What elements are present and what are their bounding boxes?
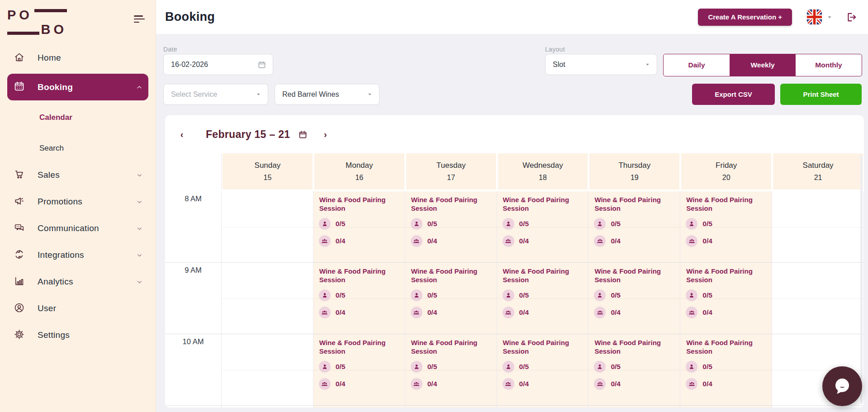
event-card[interactable]: Wine & Food Pairing Session 0/5 0/4 — [411, 338, 492, 390]
sidebar-item-settings[interactable]: Settings — [7, 324, 148, 346]
sidebar-item-calendar[interactable]: Calendar — [7, 108, 148, 128]
week-calendar-icon[interactable] — [298, 130, 308, 139]
individual-capacity-count: 0/5 — [702, 363, 712, 371]
chat-launcher[interactable] — [822, 366, 862, 406]
sidebar-item-search[interactable]: Search — [7, 138, 148, 158]
calendar-cell-sunday[interactable] — [222, 191, 313, 262]
group-icon — [319, 235, 331, 247]
calendar-cell-thursday[interactable]: Wine & Food Pairing Session 0/5 0/4 — [588, 263, 680, 334]
logout-icon[interactable] — [845, 11, 857, 23]
event-title[interactable]: Wine & Food Pairing Session — [686, 338, 763, 355]
event-card[interactable]: Wine & Food Pairing Session 0/5 0/4 — [319, 195, 400, 247]
event-title[interactable]: Wine & Food Pairing Session — [594, 267, 671, 284]
sidebar-item-booking[interactable]: Booking — [7, 74, 148, 100]
group-capacity-count: 0/4 — [336, 380, 346, 388]
sidebar-item-promotions[interactable]: Promotions — [7, 191, 148, 213]
next-week-button[interactable]: › — [321, 129, 329, 140]
calendar-cell-tuesday[interactable]: Wine & Food Pairing Session 0/5 0/4 — [405, 334, 497, 405]
sidebar-collapse-icon[interactable] — [134, 15, 145, 24]
individual-capacity-count: 0/5 — [519, 363, 529, 371]
vertical-scrollbar[interactable] — [860, 155, 863, 404]
event-card[interactable]: Wine & Food Pairing Session 0/5 0/4 — [594, 267, 675, 318]
layout-value: Slot — [553, 61, 565, 69]
group-icon — [411, 378, 422, 390]
tab-weekly[interactable]: Weekly — [730, 54, 796, 76]
event-card[interactable]: Wine & Food Pairing Session 0/5 0/4 — [686, 195, 767, 247]
event-title[interactable]: Wine & Food Pairing Session — [411, 338, 488, 355]
event-card[interactable]: Wine & Food Pairing Session 0/5 0/4 — [594, 338, 675, 390]
calendar-cell-wednesday[interactable]: Wine & Food Pairing Session 0/5 0/4 — [497, 334, 589, 405]
event-card[interactable]: Wine & Food Pairing Session 0/5 0/4 — [503, 338, 584, 390]
date-input[interactable]: 16-02-2026 — [163, 54, 273, 75]
event-title[interactable]: Wine & Food Pairing Session — [503, 338, 580, 355]
sidebar-item-home[interactable]: Home — [7, 47, 148, 69]
calendar-cell-wednesday[interactable]: Wine & Food Pairing Session 0/5 0/4 — [497, 263, 589, 334]
event-title[interactable]: Wine & Food Pairing Session — [503, 267, 580, 284]
provider-select[interactable]: Red Barrel Wines — [275, 84, 379, 105]
layout-select[interactable]: Slot — [545, 54, 657, 75]
event-title[interactable]: Wine & Food Pairing Session — [411, 195, 488, 213]
event-title[interactable]: Wine & Food Pairing Session — [411, 267, 488, 284]
calendar-cell-thursday[interactable]: Wine & Food Pairing Session 0/5 0/4 — [588, 334, 680, 405]
group-capacity-count: 0/4 — [519, 308, 529, 317]
calendar-cell-friday[interactable]: Wine & Food Pairing Session 0/5 0/4 — [680, 263, 772, 334]
event-card[interactable]: Wine & Food Pairing Session 0/5 0/4 — [319, 338, 400, 390]
calendar-cell-monday[interactable]: Wine & Food Pairing Session 0/5 0/4 — [313, 263, 405, 334]
tab-monthly[interactable]: Monthly — [796, 54, 862, 76]
prev-week-button[interactable]: ‹ — [178, 129, 186, 140]
calendar-cell-monday[interactable]: Wine & Food Pairing Session 0/5 0/4 — [313, 334, 405, 405]
calendar-cell-tuesday[interactable]: Wine & Food Pairing Session 0/5 0/4 — [405, 191, 497, 262]
sidebar-item-communication[interactable]: Communication — [7, 218, 148, 239]
sidebar-item-integrations[interactable]: Integrations — [7, 244, 148, 266]
chevron-down-icon — [645, 62, 650, 67]
event-card[interactable]: Wine & Food Pairing Session 0/5 0/4 — [411, 195, 492, 247]
create-reservation-button[interactable]: Create A Reservation + — [698, 9, 792, 26]
event-card[interactable]: Wine & Food Pairing Session 0/5 0/4 — [594, 195, 675, 247]
group-icon — [686, 235, 697, 247]
event-title[interactable]: Wine & Food Pairing Session — [319, 267, 396, 284]
event-card[interactable]: Wine & Food Pairing Session 0/5 0/4 — [686, 267, 767, 318]
event-card[interactable]: Wine & Food Pairing Session 0/5 0/4 — [503, 267, 584, 318]
export-csv-button[interactable]: Export CSV — [692, 84, 775, 105]
event-card[interactable]: Wine & Food Pairing Session 0/5 0/4 — [411, 267, 492, 318]
language-chevron-down-icon[interactable] — [826, 14, 833, 20]
calendar-cell-sunday[interactable] — [222, 263, 313, 334]
group-capacity-count: 0/4 — [702, 380, 712, 388]
calendar-cell-sunday[interactable] — [222, 334, 313, 405]
calendar-cell-friday[interactable]: Wine & Food Pairing Session 0/5 0/4 — [680, 191, 772, 262]
calendar-cell-monday[interactable]: Wine & Food Pairing Session 0/5 0/4 — [313, 191, 405, 262]
calendar-card: ‹ February 15 – 21 › Sunday15Monday16Tue… — [165, 115, 864, 407]
event-card[interactable]: Wine & Food Pairing Session 0/5 0/4 — [686, 338, 767, 390]
sidebar-item-analytics[interactable]: Analytics — [7, 271, 148, 293]
chat-icon — [14, 222, 25, 235]
calendar-cell-saturday[interactable] — [772, 263, 864, 334]
group-capacity: 0/4 — [319, 307, 400, 318]
service-select[interactable]: Select Service — [163, 84, 268, 105]
group-icon — [503, 235, 514, 247]
calendar-cell-tuesday[interactable]: Wine & Food Pairing Session 0/5 0/4 — [405, 263, 497, 334]
event-title[interactable]: Wine & Food Pairing Session — [594, 195, 671, 213]
event-title[interactable]: Wine & Food Pairing Session — [594, 338, 671, 355]
event-title[interactable]: Wine & Food Pairing Session — [319, 338, 396, 355]
calendar-cell-clipped — [772, 406, 864, 407]
event-card[interactable]: Wine & Food Pairing Session 0/5 0/4 — [319, 267, 400, 318]
print-sheet-button[interactable]: Print Sheet — [780, 84, 862, 105]
sidebar-item-label: Promotions — [38, 197, 82, 207]
tab-daily[interactable]: Daily — [664, 54, 730, 76]
calendar-cell-saturday[interactable] — [772, 191, 864, 262]
uk-flag-icon[interactable] — [807, 9, 822, 24]
event-title[interactable]: Wine & Food Pairing Session — [503, 195, 580, 213]
sidebar-item-user[interactable]: User — [7, 298, 148, 319]
sidebar-nav: Home Booking Calendar Search Sales — [0, 47, 156, 346]
sidebar-item-sales[interactable]: Sales — [7, 164, 148, 186]
sidebar-item-label: Sales — [38, 170, 60, 180]
event-title[interactable]: Wine & Food Pairing Session — [686, 267, 763, 284]
event-title[interactable]: Wine & Food Pairing Session — [686, 195, 763, 213]
event-title[interactable]: Wine & Food Pairing Session — [319, 195, 396, 213]
chevron-down-icon — [136, 279, 143, 285]
calendar-cell-wednesday[interactable]: Wine & Food Pairing Session 0/5 0/4 — [497, 191, 589, 262]
calendar-icon — [14, 81, 25, 94]
calendar-cell-friday[interactable]: Wine & Food Pairing Session 0/5 0/4 — [680, 334, 772, 405]
event-card[interactable]: Wine & Food Pairing Session 0/5 0/4 — [503, 195, 584, 247]
calendar-cell-thursday[interactable]: Wine & Food Pairing Session 0/5 0/4 — [588, 191, 680, 262]
